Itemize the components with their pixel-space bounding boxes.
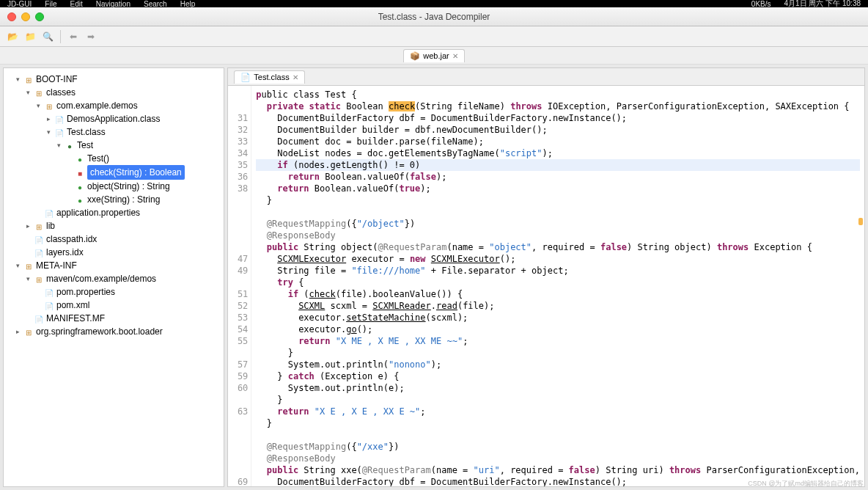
tree-classes[interactable]: ▾⊞classes [24, 86, 224, 99]
file-icon: 📄 [44, 287, 54, 297]
folder-icon: ⊞ [23, 260, 34, 271]
tab-test-class[interactable]: 📄 Test.class ✕ [234, 70, 304, 84]
tree-meta-inf[interactable]: ▾⊞META-INF [14, 259, 224, 272]
watermark: CSDN @为了赋md编辑器给自己的博客 [748, 479, 864, 489]
tree-lib[interactable]: ▸⊞lib [24, 219, 224, 233]
open-file-icon[interactable]: 📂 [6, 30, 19, 43]
package-icon: ⊞ [23, 326, 34, 337]
menu-file[interactable]: File [45, 0, 56, 8]
folder-icon: ⊞ [34, 221, 44, 231]
net-speed: 0KB/s [751, 0, 771, 8]
folder-icon: ⊞ [23, 74, 34, 84]
file-tabs: 📦 web.jar ✕ [0, 47, 868, 65]
tree-classpath-idx[interactable]: 📄classpath.idx [24, 233, 224, 246]
tree-maven-pkg[interactable]: ▾⊞maven/com.example/demos [24, 272, 224, 285]
scroll-marker[interactable] [858, 218, 863, 225]
tree-pom-xml[interactable]: 📄pom.xml [34, 299, 224, 312]
code-area[interactable]: public class Test { private static Boole… [251, 86, 864, 486]
search-icon[interactable]: 🔍 [41, 30, 54, 43]
line-gutter: 31323334353638 4749 5152535455 575960 63… [228, 86, 251, 486]
tree-layers-idx[interactable]: 📄layers.idx [24, 246, 224, 259]
menu-edit[interactable]: Edit [70, 0, 82, 8]
tree-package[interactable]: ▾⊞com.example.demos [34, 99, 224, 112]
back-icon[interactable]: ⬅ [67, 30, 80, 43]
menubar: JD-GUI File Edit Navigation Search Help … [0, 0, 868, 7]
menu-navigation[interactable]: Navigation [96, 0, 130, 8]
window-title: Test.class - Java Decompiler [378, 12, 490, 22]
tree-pom-props[interactable]: 📄pom.properties [34, 285, 224, 299]
close-button[interactable] [7, 12, 16, 21]
method-public-icon: ● [75, 153, 85, 164]
maximize-button[interactable] [35, 12, 44, 21]
package-explorer[interactable]: ▾⊞BOOT-INF ▾⊞classes ▾⊞com.example.demos… [3, 67, 224, 487]
jar-icon: 📦 [410, 51, 420, 61]
tree-ctor[interactable]: ●Test() [65, 152, 224, 165]
tree-demos-class[interactable]: ▸📄DemosApplication.class [45, 112, 224, 125]
tree-app-props[interactable]: 📄application.properties [34, 206, 224, 219]
open-type-icon[interactable]: 📁 [23, 30, 37, 43]
menu-search[interactable]: Search [144, 0, 167, 8]
class-file-icon: 📄 [54, 127, 65, 137]
tree-object-method[interactable]: ●object(String) : String [65, 180, 224, 193]
file-icon: 📄 [44, 300, 54, 310]
tree-test-type[interactable]: ▾●Test [55, 139, 224, 152]
tab-webjar[interactable]: 📦 web.jar ✕ [403, 49, 464, 62]
class-file-icon: 📄 [54, 114, 65, 124]
tree-spring-loader[interactable]: ▸⊞org.springframework.boot.loader [14, 325, 224, 338]
method-public-icon: ● [75, 194, 85, 205]
package-icon: ⊞ [34, 274, 44, 284]
minimize-button[interactable] [21, 12, 30, 21]
tree-test-class[interactable]: ▾📄Test.class [45, 125, 224, 139]
forward-icon[interactable]: ➡ [84, 30, 98, 43]
file-icon: 📄 [34, 313, 44, 323]
close-tab-icon[interactable]: ✕ [452, 52, 458, 60]
file-icon: 📄 [34, 247, 44, 257]
menu-help[interactable]: Help [180, 0, 196, 8]
titlebar: Test.class - Java Decompiler [0, 7, 868, 26]
class-file-icon: 📄 [240, 73, 251, 82]
tree-boot-inf[interactable]: ▾⊞BOOT-INF [14, 73, 224, 86]
toolbar: 📂 📁 🔍 ⬅ ➡ [0, 26, 868, 47]
package-icon: ⊞ [44, 100, 54, 111]
method-public-icon: ● [75, 181, 85, 191]
tree-check-method[interactable]: ■check(String) : Boolean [65, 165, 224, 180]
tree-manifest[interactable]: 📄MANIFEST.MF [24, 312, 224, 325]
code-editor[interactable]: 31323334353638 4749 5152535455 575960 63… [227, 85, 865, 487]
file-icon: 📄 [44, 208, 54, 218]
app-name: JD-GUI [7, 0, 32, 8]
close-tab-icon[interactable]: ✕ [293, 73, 298, 81]
editor-tabs: 📄 Test.class ✕ [227, 67, 865, 85]
tree-xxe-method[interactable]: ●xxe(String) : String [65, 193, 224, 206]
folder-icon: ⊞ [34, 87, 44, 98]
class-icon: ● [65, 140, 75, 150]
method-private-icon: ■ [75, 167, 85, 178]
file-icon: 📄 [34, 234, 44, 244]
